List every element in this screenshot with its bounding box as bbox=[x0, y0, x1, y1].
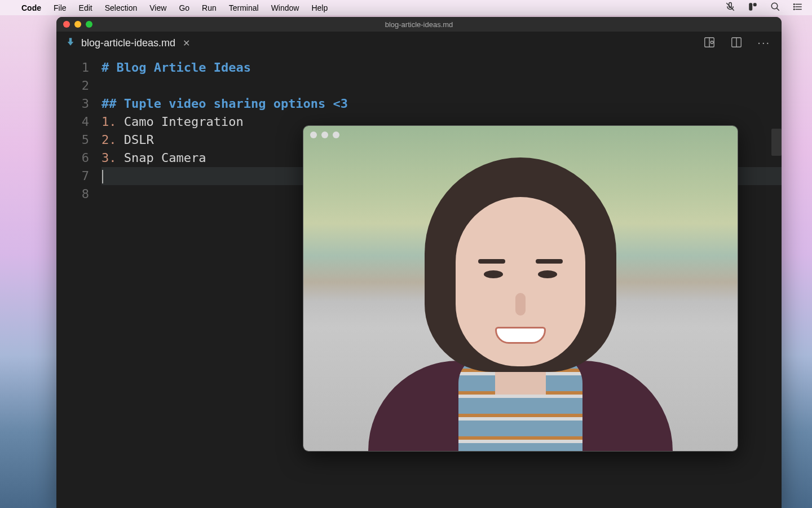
svg-line-4 bbox=[776, 8, 779, 11]
window-title: blog-article-ideas.md bbox=[385, 20, 453, 29]
window-close-button[interactable] bbox=[63, 21, 70, 28]
menu-view[interactable]: View bbox=[149, 3, 166, 12]
video-overlay-window[interactable] bbox=[303, 125, 738, 452]
webcam-video bbox=[303, 126, 738, 451]
menu-file[interactable]: File bbox=[54, 3, 67, 12]
line-number-gutter: 1 2 3 4 5 6 7 8 bbox=[56, 55, 102, 508]
line-number: 3 bbox=[56, 95, 89, 113]
menu-edit[interactable]: Edit bbox=[79, 3, 92, 12]
svg-point-8 bbox=[794, 4, 795, 5]
control-center-icon[interactable] bbox=[748, 2, 758, 14]
menu-window[interactable]: Window bbox=[271, 3, 299, 12]
window-zoom-button[interactable] bbox=[86, 21, 92, 28]
list-marker: 1. bbox=[102, 115, 117, 129]
line-number: 5 bbox=[56, 131, 89, 149]
markdown-file-icon bbox=[65, 37, 76, 50]
tab-close-icon[interactable]: ✕ bbox=[181, 38, 191, 49]
list-marker: 3. bbox=[102, 151, 117, 165]
menu-selection[interactable]: Selection bbox=[105, 3, 138, 12]
code-line-5: DSLR bbox=[117, 133, 154, 147]
code-line-2 bbox=[102, 77, 782, 95]
window-minimize-button[interactable] bbox=[74, 21, 81, 28]
line-number: 8 bbox=[56, 185, 89, 203]
svg-point-9 bbox=[794, 6, 795, 7]
mic-muted-icon[interactable] bbox=[725, 2, 735, 14]
list-marker: 2. bbox=[102, 133, 117, 147]
svg-point-10 bbox=[794, 9, 795, 10]
code-line-1: # Blog Article Ideas bbox=[102, 60, 251, 75]
line-number: 2 bbox=[56, 77, 89, 95]
menu-run[interactable]: Run bbox=[202, 3, 217, 12]
line-number: 6 bbox=[56, 149, 89, 167]
tab-bar: blog-article-ideas.md ✕ ··· bbox=[56, 32, 782, 55]
minimap-slider[interactable] bbox=[771, 129, 782, 156]
menu-list-icon[interactable] bbox=[793, 2, 803, 14]
svg-point-13 bbox=[711, 41, 714, 43]
menu-app-name[interactable]: Code bbox=[21, 3, 41, 12]
video-window-zoom[interactable] bbox=[333, 132, 339, 138]
code-line-6: Snap Camera bbox=[117, 151, 206, 165]
line-number: 7 bbox=[56, 167, 89, 185]
line-number: 4 bbox=[56, 113, 89, 131]
more-icon[interactable]: ··· bbox=[757, 36, 770, 51]
tab-active[interactable]: blog-article-ideas.md ✕ bbox=[56, 32, 200, 55]
svg-point-3 bbox=[771, 3, 778, 9]
svg-rect-2 bbox=[753, 3, 757, 6]
traffic-lights bbox=[63, 21, 92, 28]
window-titlebar[interactable]: blog-article-ideas.md bbox=[56, 17, 782, 32]
line-number: 1 bbox=[56, 59, 89, 77]
video-traffic-lights bbox=[310, 132, 339, 138]
video-window-close[interactable] bbox=[310, 132, 317, 138]
code-line-4: Camo Integration bbox=[117, 115, 244, 129]
open-preview-icon[interactable] bbox=[703, 36, 716, 51]
code-line-3: ## Tuple video sharing options <3 bbox=[102, 97, 348, 111]
tab-filename: blog-article-ideas.md bbox=[81, 37, 175, 49]
svg-rect-1 bbox=[749, 3, 752, 11]
menu-terminal[interactable]: Terminal bbox=[229, 3, 259, 12]
search-icon[interactable] bbox=[770, 2, 780, 14]
split-editor-icon[interactable] bbox=[730, 36, 743, 51]
text-cursor bbox=[102, 170, 103, 183]
video-window-minimize[interactable] bbox=[321, 132, 328, 138]
menu-help[interactable]: Help bbox=[311, 3, 328, 12]
mac-menubar: Code File Edit Selection View Go Run Ter… bbox=[0, 0, 812, 15]
menu-go[interactable]: Go bbox=[179, 3, 189, 12]
